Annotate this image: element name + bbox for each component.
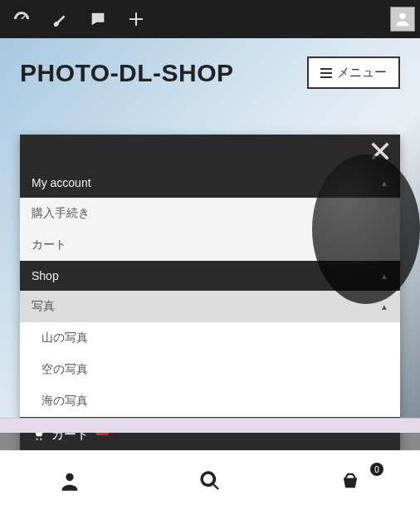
nav-label-my-account: My account xyxy=(32,176,91,189)
site-title: PHOTO-DL-SHOP xyxy=(20,59,234,87)
nav-item-shop[interactable]: Shop ▲ xyxy=(20,261,400,291)
comments-icon[interactable] xyxy=(81,2,115,36)
nav-label-mountain: 山の写真 xyxy=(42,331,88,346)
nav-item-sea[interactable]: 海の写真 xyxy=(20,385,400,417)
site-header: PHOTO-DL-SHOP メニュー xyxy=(0,38,420,97)
nav-label-checkout: 購入手続き xyxy=(32,206,90,221)
nav-item-cart-page[interactable]: カート xyxy=(20,229,400,261)
nav-item-sky[interactable]: 空の写真 xyxy=(20,354,400,385)
svg-point-3 xyxy=(40,438,42,439)
basket-icon xyxy=(339,469,362,493)
nav-label-sea: 海の写真 xyxy=(42,394,88,409)
admin-bar xyxy=(0,0,420,38)
dashboard-icon[interactable] xyxy=(5,2,38,36)
tab-cart[interactable]: 0 xyxy=(280,451,420,510)
tab-cart-count: 0 xyxy=(370,463,383,476)
close-icon xyxy=(369,140,392,163)
bottom-tabbar: 0 xyxy=(0,450,420,510)
nav-label-shop: Shop xyxy=(32,269,59,282)
hero: PHOTO-DL-SHOP メニュー My account ▲ 購入手続き カー… xyxy=(0,38,420,433)
menu-toggle-button[interactable]: メニュー xyxy=(307,56,400,89)
search-icon xyxy=(198,469,222,493)
decorative-strip xyxy=(0,418,420,433)
customize-icon[interactable] xyxy=(43,2,76,36)
nav-item-mountain[interactable]: 山の写真 xyxy=(20,322,400,354)
user-icon xyxy=(58,469,81,493)
add-new-icon[interactable] xyxy=(120,2,153,36)
svg-point-2 xyxy=(37,438,38,439)
mobile-nav-panel: My account ▲ 購入手続き カート Shop ▲ 写真 ▲ 山の写真 … xyxy=(20,135,400,450)
hamburger-icon xyxy=(320,68,332,78)
nav-label-photos: 写真 xyxy=(32,299,55,314)
nav-label-sky: 空の写真 xyxy=(42,362,88,377)
close-menu-button[interactable] xyxy=(20,135,400,168)
avatar[interactable] xyxy=(390,7,415,32)
nav-item-my-account[interactable]: My account ▲ xyxy=(20,168,400,198)
menu-toggle-label: メニュー xyxy=(337,65,387,81)
nav-label-cart-page: カート xyxy=(32,238,66,253)
tab-search[interactable] xyxy=(140,451,281,510)
nav-item-photos[interactable]: 写真 ▲ xyxy=(20,291,400,322)
caret-up-icon: ▲ xyxy=(380,272,388,281)
caret-up-icon: ▲ xyxy=(380,302,388,311)
tab-account[interactable] xyxy=(0,451,140,510)
nav-item-checkout[interactable]: 購入手続き xyxy=(20,198,400,229)
caret-up-icon: ▲ xyxy=(380,179,388,188)
